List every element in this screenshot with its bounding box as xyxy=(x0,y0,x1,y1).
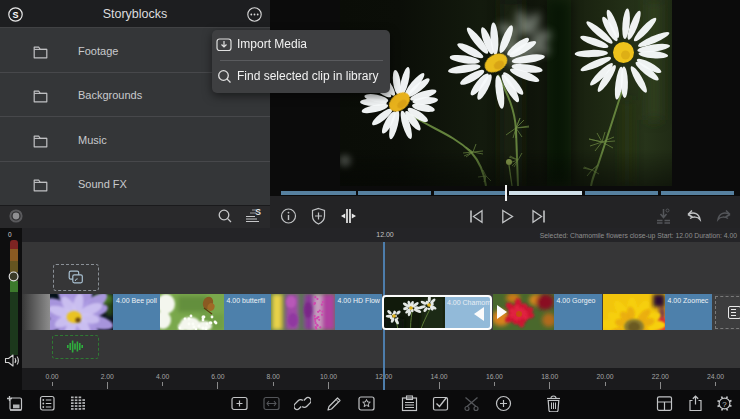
svg-text:S: S xyxy=(12,10,18,20)
svg-text:?: ? xyxy=(722,400,727,409)
svg-text:S: S xyxy=(255,207,261,217)
